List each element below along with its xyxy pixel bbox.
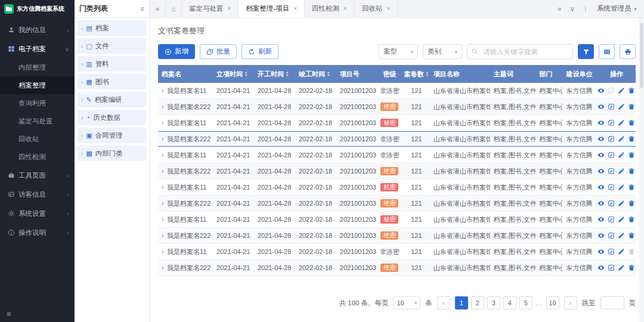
- table-row[interactable]: ›我是档案名112021-04-212021-04-282022-02-1820…: [158, 115, 636, 131]
- delete-button[interactable]: [628, 200, 635, 207]
- view-button[interactable]: [597, 248, 605, 255]
- page-button[interactable]: 2: [471, 296, 484, 309]
- sidebar-item[interactable]: 操作说明›: [0, 223, 75, 242]
- edit-button[interactable]: [608, 135, 615, 143]
- edit-button[interactable]: [608, 216, 615, 223]
- table-row[interactable]: ›我是档案名112021-04-212021-04-282022-02-1820…: [158, 244, 636, 260]
- search-input[interactable]: [467, 44, 573, 59]
- delete-button[interactable]: [628, 135, 635, 143]
- home-icon[interactable]: ⌂: [166, 0, 182, 17]
- modify-button[interactable]: [618, 264, 625, 271]
- prev-page-button[interactable]: ‹: [437, 296, 450, 309]
- view-button[interactable]: [597, 264, 605, 271]
- sidebar-item[interactable]: 我的信息›: [0, 20, 75, 39]
- column-settings-button[interactable]: [599, 44, 615, 59]
- sidebar-subitem[interactable]: 查询利用: [0, 94, 75, 112]
- view-button[interactable]: [597, 184, 605, 191]
- close-icon[interactable]: ×: [386, 5, 390, 12]
- category-item[interactable]: ›◔历史数据: [78, 110, 146, 125]
- menu-icon[interactable]: ≡: [140, 5, 144, 13]
- tab[interactable]: 四性检测×: [305, 0, 355, 17]
- sidebar-subitem[interactable]: 回收站: [0, 130, 75, 148]
- page-button[interactable]: 1: [455, 296, 468, 309]
- table-row[interactable]: ›我是档案名112021-04-212021-04-282022-02-1820…: [158, 179, 636, 196]
- sidebar-item[interactable]: 访客信息›: [0, 185, 75, 204]
- tab[interactable]: 回收站×: [355, 0, 398, 17]
- category-item[interactable]: ›▤档案: [78, 20, 146, 36]
- view-button[interactable]: [597, 151, 605, 159]
- edit-button[interactable]: [608, 103, 615, 110]
- delete-button[interactable]: [628, 232, 635, 239]
- delete-button[interactable]: [628, 151, 635, 159]
- expand-row-icon[interactable]: ›: [162, 199, 164, 208]
- page-button[interactable]: 3: [487, 296, 500, 309]
- view-button[interactable]: [597, 103, 605, 110]
- view-button[interactable]: [597, 216, 605, 223]
- delete-button[interactable]: [628, 248, 635, 255]
- filter-button[interactable]: [578, 44, 594, 59]
- view-button[interactable]: [597, 200, 605, 207]
- per-page-select[interactable]: 10▾: [393, 296, 420, 309]
- expand-row-icon[interactable]: ›: [162, 183, 164, 191]
- expand-row-icon[interactable]: ›: [162, 135, 164, 143]
- expand-row-icon[interactable]: ›: [162, 231, 164, 240]
- modify-button[interactable]: [618, 87, 625, 94]
- expand-row-icon[interactable]: ›: [162, 247, 164, 256]
- sort-icon[interactable]: ▲▼: [286, 71, 289, 77]
- expand-row-icon[interactable]: ›: [162, 264, 164, 272]
- sidebar-item[interactable]: 工具页面›: [0, 166, 75, 185]
- sidebar-item[interactable]: 电子档案∨: [0, 39, 75, 58]
- delete-button[interactable]: [628, 119, 635, 126]
- edit-button[interactable]: [608, 184, 615, 191]
- expand-row-icon[interactable]: ›: [162, 151, 164, 159]
- view-button[interactable]: [597, 119, 605, 126]
- close-icon[interactable]: ×: [228, 5, 231, 12]
- category-item[interactable]: ›▦图书: [78, 74, 146, 89]
- delete-button[interactable]: [628, 184, 635, 191]
- add-button[interactable]: 新增: [158, 44, 195, 59]
- close-icon[interactable]: ×: [343, 5, 347, 12]
- modify-button[interactable]: [618, 151, 625, 159]
- edit-button[interactable]: [608, 264, 615, 271]
- modify-button[interactable]: [618, 119, 625, 126]
- modify-button[interactable]: [618, 184, 625, 191]
- edit-button[interactable]: [608, 87, 615, 94]
- sidebar-item[interactable]: 系统设置›: [0, 204, 75, 223]
- page-button[interactable]: 4: [503, 296, 516, 309]
- modify-button[interactable]: [618, 135, 625, 143]
- tab[interactable]: 档案整理-项目×: [239, 0, 305, 17]
- sidebar-subitem[interactable]: 内部整理: [0, 58, 75, 76]
- case-type-select[interactable]: 案型 ▾: [379, 44, 418, 59]
- batch-button[interactable]: 批量: [200, 44, 237, 59]
- sidebar-collapse-button[interactable]: ≡: [0, 305, 75, 322]
- category-item[interactable]: ›✎档案编研: [78, 92, 146, 107]
- table-row[interactable]: ›我是档案名112021-04-212021-04-282022-02-1820…: [158, 212, 636, 228]
- sidebar-subitem[interactable]: 四性检测: [0, 148, 75, 166]
- sort-icon[interactable]: ▲▼: [244, 71, 247, 77]
- view-button[interactable]: [597, 232, 605, 239]
- collapse-tabs-icon[interactable]: «: [150, 0, 166, 17]
- tab[interactable]: 鉴定与处置×: [182, 0, 239, 17]
- sort-icon[interactable]: ▲▼: [426, 71, 429, 77]
- view-button[interactable]: [597, 87, 605, 94]
- modify-button[interactable]: [618, 216, 625, 223]
- page-button[interactable]: 10: [546, 296, 559, 309]
- refresh-button[interactable]: 刷新: [242, 44, 278, 59]
- expand-row-icon[interactable]: ›: [162, 103, 164, 111]
- table-row[interactable]: ›我是档案名2222021-04-212021-04-282022-02-182…: [158, 163, 636, 179]
- delete-button[interactable]: [628, 87, 635, 94]
- close-icon[interactable]: ×: [293, 5, 297, 12]
- table-row[interactable]: ›我是档案名2222021-04-212021-04-282022-02-182…: [158, 228, 636, 244]
- table-row[interactable]: ›我是档案名2222021-04-212021-04-282022-02-182…: [158, 196, 636, 212]
- modify-button[interactable]: [618, 200, 625, 207]
- jump-page-input[interactable]: [600, 296, 624, 309]
- modify-button[interactable]: [618, 168, 625, 175]
- category-item[interactable]: ›▢文件: [78, 38, 146, 54]
- modify-button[interactable]: [618, 248, 625, 255]
- edit-button[interactable]: [608, 151, 615, 159]
- page-button[interactable]: 5: [519, 296, 532, 309]
- table-row[interactable]: ›我是档案名112021-04-212021-04-282022-02-1820…: [158, 83, 636, 99]
- view-button[interactable]: [597, 168, 605, 175]
- delete-button[interactable]: [628, 168, 635, 175]
- expand-row-icon[interactable]: ›: [162, 167, 164, 175]
